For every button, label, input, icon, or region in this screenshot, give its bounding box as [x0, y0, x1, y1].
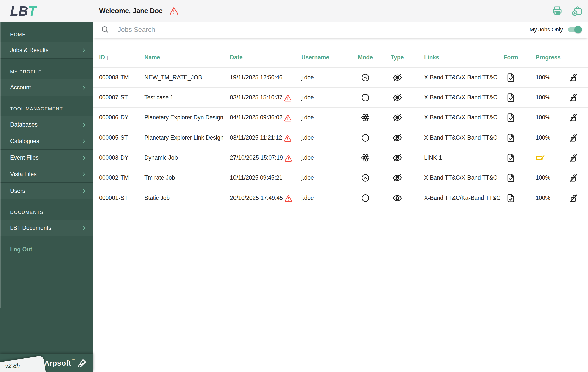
- sidebar-item-label: Vista Files: [10, 171, 37, 178]
- sidebar-item-label: LBT Documents: [10, 225, 51, 231]
- job-progress: 100%: [523, 94, 560, 101]
- warning-triangle-icon: [169, 6, 179, 16]
- eye-icon: [392, 193, 402, 203]
- job-name: NEW_TM_RATE_JOB: [144, 74, 230, 81]
- job-date: 03/11/2025 11:21:12: [230, 134, 301, 142]
- table-row[interactable]: 000007-ST Test case 1 03/11/2025 15:10:3…: [93, 88, 588, 108]
- table-row[interactable]: 000001-ST Static Job 20/10/2025 17:49:45…: [93, 188, 588, 208]
- column-header-progress[interactable]: Progress: [523, 54, 560, 61]
- file-check-icon[interactable]: [506, 173, 516, 183]
- column-header-type[interactable]: Type: [382, 54, 413, 61]
- app-logo: LBT: [0, 0, 93, 22]
- form-edit-icon[interactable]: [536, 153, 545, 163]
- job-id: 000008-TM: [99, 74, 144, 81]
- job-username: j.doe: [301, 195, 349, 201]
- lock-slash-icon[interactable]: [568, 193, 578, 203]
- lock-slash-icon[interactable]: [568, 73, 578, 83]
- job-date: 27/10/2025 15:07:19: [230, 154, 301, 162]
- file-check-icon[interactable]: [506, 153, 516, 163]
- sidebar-item-label: Users: [10, 188, 25, 194]
- warning-triangle-icon: [284, 194, 292, 202]
- sidebar-item-lbt-documents[interactable]: LBT Documents: [0, 220, 93, 236]
- eye-off-icon: [392, 173, 402, 183]
- column-header-mode[interactable]: Mode: [349, 54, 382, 61]
- job-name: Planetary Explorer Dyn Design: [144, 114, 230, 121]
- warning-triangle-icon: [284, 154, 292, 162]
- sidebar-item-users[interactable]: Users: [0, 183, 93, 199]
- printer-icon[interactable]: [551, 5, 563, 17]
- table-row[interactable]: 000006-DY Planetary Explorer Dyn Design …: [93, 108, 588, 128]
- table-row[interactable]: 000003-DY Dynamic Job 27/10/2025 15:07:1…: [93, 148, 588, 168]
- job-id: 000003-DY: [99, 154, 144, 161]
- column-header-date[interactable]: Date: [230, 54, 301, 61]
- chevron-right-icon: [81, 155, 87, 161]
- chevron-right-icon: [81, 188, 87, 194]
- file-check-icon[interactable]: [506, 133, 516, 143]
- file-check-icon[interactable]: [506, 193, 516, 203]
- chevron-right-icon: [81, 225, 87, 231]
- job-progress: 100%: [523, 195, 560, 201]
- job-id: 000006-DY: [99, 114, 144, 121]
- app-root: LBT HOME Jobs & Results MY PROFILE Accou…: [0, 0, 588, 372]
- logo-text: LBT: [10, 3, 36, 19]
- logo-t: T: [28, 3, 36, 18]
- job-links: LINK-1: [413, 154, 498, 161]
- file-check-icon[interactable]: [506, 73, 516, 83]
- sidebar-item-catalogues[interactable]: Catalogues: [0, 133, 93, 150]
- lock-slash-icon[interactable]: [568, 173, 578, 183]
- mode-tm-circle-chevron-up-icon: [361, 173, 370, 182]
- sidebar-item-vista-files[interactable]: Vista Files: [0, 166, 93, 183]
- version-label: v2.8h: [5, 362, 20, 369]
- table-row[interactable]: 000008-TM NEW_TM_RATE_JOB 19/11/2025 12:…: [93, 68, 588, 88]
- job-links: X-Band TT&C/X-Band TT&C: [413, 74, 498, 81]
- column-header-username[interactable]: Username: [301, 54, 349, 61]
- file-check-icon[interactable]: [506, 93, 516, 103]
- eye-off-icon: [392, 113, 402, 123]
- sidebar-item-event-files[interactable]: Event Files: [0, 150, 93, 166]
- mode-st-circle-icon: [361, 133, 370, 142]
- page-title: Welcome, Jane Doe: [99, 7, 163, 15]
- sidebar-item-label: Account: [10, 84, 31, 91]
- sidebar-section-documents: DOCUMENTS: [0, 199, 93, 220]
- job-name: Static Job: [144, 195, 230, 201]
- lock-slash-icon[interactable]: [568, 113, 578, 123]
- job-links: X-Band TT&C/X-Band TT&C: [413, 114, 498, 121]
- eye-off-icon: [392, 93, 402, 103]
- arpsoft-logo-icon: [76, 358, 87, 369]
- job-links: X-Band TT&C/X-Band TT&C: [413, 134, 498, 141]
- chevron-right-icon: [81, 47, 87, 53]
- table-header-row: ID ↓ Name Date Username Mode Type Links …: [93, 48, 588, 68]
- table-row[interactable]: 000002-TM Tm rate Job 10/11/2025 09:45:2…: [93, 168, 588, 188]
- job-progress: 100%: [523, 74, 560, 81]
- column-header-name[interactable]: Name: [144, 54, 230, 61]
- lock-slash-icon[interactable]: [568, 93, 578, 103]
- lock-slash-icon[interactable]: [568, 153, 578, 163]
- my-jobs-only-toggle[interactable]: [568, 27, 580, 32]
- mode-st-circle-icon: [361, 93, 370, 102]
- sidebar-item-jobs-results[interactable]: Jobs & Results: [0, 42, 93, 59]
- column-header-form[interactable]: Form: [498, 54, 523, 61]
- sidebar-item-account[interactable]: Account: [0, 79, 93, 96]
- job-progress: 100%: [523, 114, 560, 121]
- job-username: j.doe: [301, 174, 349, 181]
- job-username: j.doe: [301, 134, 349, 141]
- job-date: 04/11/2025 09:36:02: [230, 114, 301, 122]
- column-header-id[interactable]: ID ↓: [99, 54, 144, 61]
- trademark-mark: ™: [72, 358, 75, 362]
- logout-button[interactable]: Log Out: [0, 236, 93, 262]
- sidebar-section-my-profile: MY PROFILE: [0, 59, 93, 79]
- sidebar-scrollbar[interactable]: [0, 22, 1, 308]
- table-row[interactable]: 000005-ST Planetary Explorer Link Design…: [93, 128, 588, 148]
- lock-slash-icon[interactable]: [568, 133, 578, 143]
- sidebar-item-label: Catalogues: [10, 138, 39, 145]
- jobs-search-input[interactable]: [117, 26, 530, 34]
- file-check-icon[interactable]: [506, 113, 516, 123]
- add-job-bag-icon[interactable]: [572, 5, 583, 17]
- job-id: 000007-ST: [99, 94, 144, 101]
- sidebar-item-label: Databases: [10, 121, 38, 128]
- column-header-links[interactable]: Links: [413, 54, 498, 61]
- arpsoft-brand: Arpsoft: [44, 359, 71, 367]
- job-links: X-Band TT&C/X-Band TT&C: [413, 94, 498, 101]
- sidebar-item-databases[interactable]: Databases: [0, 116, 93, 133]
- eye-off-icon: [392, 73, 402, 83]
